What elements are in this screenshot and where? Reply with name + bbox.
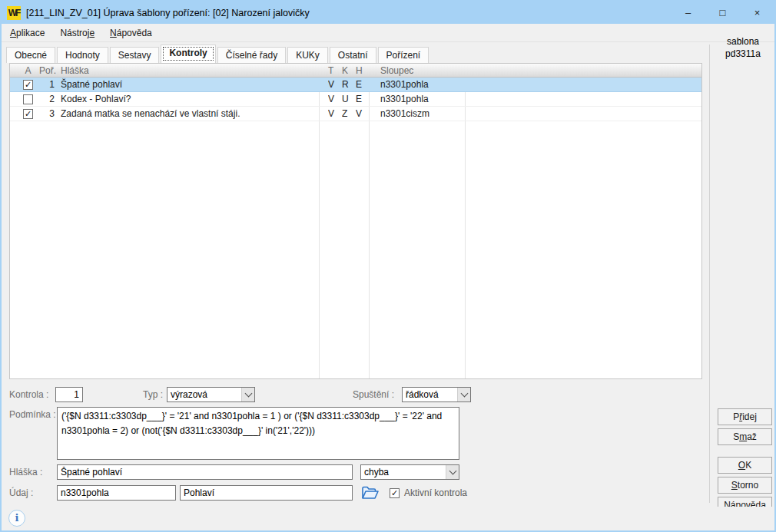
chevron-down-icon[interactable] [446, 465, 459, 479]
checkbox-mark: ✓ [390, 488, 400, 498]
row-message: Kodex - Pohlaví? [61, 92, 322, 107]
kontrola-number-field[interactable] [55, 387, 83, 402]
template-name: sablona pd3311a [710, 35, 776, 60]
row-active-checkbox[interactable] [23, 94, 33, 104]
row-number: 1 [33, 78, 55, 92]
row-message: Špatné pohlaví [61, 78, 322, 92]
row-k: Z [342, 107, 354, 121]
tab-kuky[interactable]: KUKy [287, 47, 328, 63]
aktivni-kontrola-checkbox[interactable]: ✓ Aktivní kontrola [390, 485, 467, 501]
row-sloupec: n3301pohla [380, 78, 469, 92]
row-active-checkbox[interactable]: ✓ [23, 80, 33, 90]
title-bar: WF [211_LIN_ZV_01] Úprava šablony poříze… [2, 2, 774, 24]
smaz-button[interactable]: Smaž [718, 428, 772, 445]
spusteni-select[interactable]: řádková [402, 387, 471, 402]
row-h: E [356, 92, 368, 107]
tab-ciselne-rady[interactable]: Číselné řady [217, 47, 286, 63]
table-header: A Poř. Hláška T K H Sloupec [10, 64, 701, 78]
menu-nastroje[interactable]: Nástroje [53, 25, 101, 41]
column-header-h[interactable]: H [356, 64, 368, 78]
application-window: WF [211_LIN_ZV_01] Úprava šablony poříze… [0, 0, 776, 532]
table-row[interactable]: 2 Kodex - Pohlaví? V U E n3301pohla [10, 92, 701, 107]
tab-porizeni[interactable]: Pořízení [378, 47, 429, 63]
column-header-hlaska[interactable]: Hláška [61, 64, 322, 78]
column-header-a[interactable]: A [21, 64, 35, 78]
close-button[interactable]: × [740, 2, 774, 24]
row-message: Zadaná matka se nenachází ve vlastní stá… [61, 107, 322, 121]
tab-sestavy[interactable]: Sestavy [110, 47, 160, 63]
hlaska-text-field[interactable] [57, 464, 353, 480]
column-header-por[interactable]: Poř. [39, 64, 61, 78]
row-number: 2 [33, 92, 55, 107]
podminka-label: Podmínka : [9, 407, 56, 422]
row-t: V [328, 92, 340, 107]
tab-hodnoty[interactable]: Hodnoty [57, 47, 108, 63]
controls-table: A Poř. Hláška T K H Sloupec ✓ 1 Špatné p… [9, 63, 702, 379]
minimize-button[interactable]: – [671, 2, 705, 24]
chevron-down-icon[interactable] [241, 388, 254, 401]
column-header-sloupec[interactable]: Sloupec [380, 64, 469, 78]
row-k: U [342, 92, 354, 107]
aktivni-kontrola-label: Aktivní kontrola [404, 487, 467, 498]
udaj-code-field[interactable] [57, 485, 176, 501]
row-h: V [356, 107, 368, 121]
spusteni-label: Spuštění : [353, 387, 394, 402]
menu-napoveda[interactable]: Nápověda [103, 25, 159, 41]
row-number: 3 [33, 107, 55, 121]
typ-label: Typ : [143, 387, 163, 402]
row-h: E [356, 78, 368, 92]
hlaska-label: Hláška : [9, 464, 42, 480]
kontrola-label: Kontrola : [9, 387, 48, 402]
column-header-t[interactable]: T [328, 64, 340, 78]
panel-divider [709, 45, 710, 503]
row-sloupec: n3301ciszm [380, 107, 469, 121]
row-active-checkbox[interactable]: ✓ [23, 109, 33, 119]
row-t: V [328, 107, 340, 121]
open-folder-icon[interactable] [361, 485, 380, 501]
pridej-button[interactable]: Přidej [718, 408, 772, 425]
row-sloupec: n3301pohla [380, 92, 469, 107]
maximize-button[interactable]: □ [705, 2, 740, 24]
ok-button[interactable]: OK [718, 457, 772, 474]
tab-ostatni[interactable]: Ostatní [330, 47, 376, 63]
row-t: V [328, 78, 340, 92]
menu-aplikace[interactable]: Aplikace [3, 25, 51, 41]
udaj-label: Údaj : [9, 485, 33, 501]
info-icon[interactable]: i [8, 510, 25, 527]
chevron-down-icon[interactable] [457, 388, 470, 401]
table-row[interactable]: ✓ 3 Zadaná matka se nenachází ve vlastní… [10, 107, 701, 121]
tab-kontroly[interactable]: Kontroly [161, 45, 215, 63]
menu-bar: Aplikace Nástroje Nápověda [2, 24, 774, 42]
table-row[interactable]: ✓ 1 Špatné pohlaví V R E n3301pohla [10, 78, 701, 92]
tab-bar: Obecné Hodnoty Sestavy Kontroly Číselné … [6, 45, 705, 63]
window-title: [211_LIN_ZV_01] Úprava šablony pořízení:… [26, 8, 310, 18]
status-bar: i [2, 507, 774, 530]
podminka-textarea[interactable]: ('{$N d3311:c3303dp___}' = '21' and n330… [57, 407, 459, 460]
storno-button[interactable]: Storno [718, 477, 772, 494]
app-icon: WF [7, 6, 21, 20]
typ-select[interactable]: výrazová [167, 387, 255, 402]
row-k: R [342, 78, 354, 92]
column-header-k[interactable]: K [342, 64, 354, 78]
udaj-name-field[interactable] [180, 485, 353, 501]
hlaska-type-select[interactable]: chyba [360, 464, 459, 480]
tab-obecne[interactable]: Obecné [6, 47, 55, 63]
